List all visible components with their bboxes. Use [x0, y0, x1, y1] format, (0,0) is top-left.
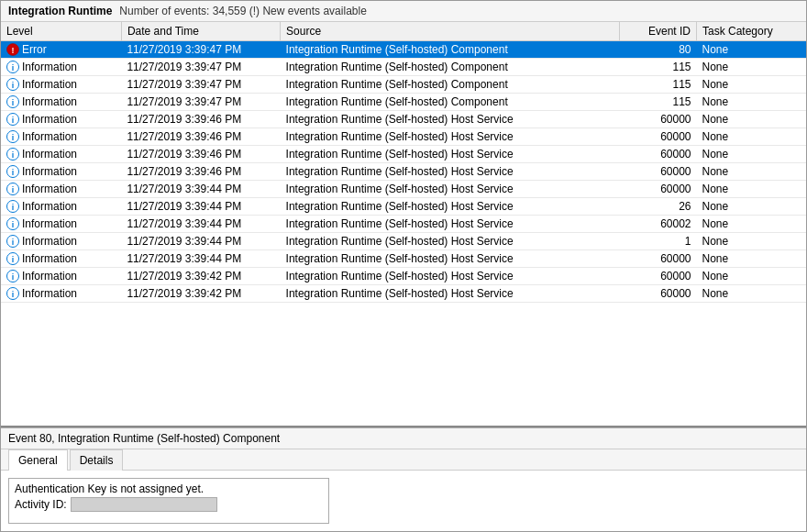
- cell-source: Integration Runtime (Self-hosted) Host S…: [281, 216, 620, 233]
- cell-level: iInformation: [1, 268, 121, 285]
- cell-taskcategory: None: [697, 146, 806, 163]
- detail-tabs: General Details: [1, 449, 806, 471]
- cell-eventid: 60000: [620, 111, 697, 128]
- error-icon: !: [6, 43, 19, 56]
- info-icon: i: [6, 270, 19, 283]
- cell-level: iInformation: [1, 285, 121, 303]
- info-icon: i: [6, 113, 19, 126]
- cell-level: iInformation: [1, 181, 121, 198]
- svg-text:i: i: [12, 133, 15, 142]
- svg-text:i: i: [12, 290, 15, 299]
- cell-level: iInformation: [1, 233, 121, 250]
- table-row[interactable]: iInformation11/27/2019 3:39:44 PMIntegra…: [1, 250, 806, 268]
- table-row[interactable]: iInformation11/27/2019 3:39:44 PMIntegra…: [1, 181, 806, 198]
- table-row[interactable]: iInformation11/27/2019 3:39:46 PMIntegra…: [1, 128, 806, 146]
- level-text: Information: [22, 200, 77, 213]
- col-header-source[interactable]: Source: [281, 22, 620, 41]
- col-header-level[interactable]: Level: [1, 22, 121, 41]
- info-icon: i: [6, 183, 19, 195]
- cell-eventid: 1: [620, 233, 697, 250]
- info-icon: i: [6, 61, 19, 73]
- cell-level: iInformation: [1, 76, 121, 94]
- table-row[interactable]: iInformation11/27/2019 3:39:44 PMIntegra…: [1, 233, 806, 250]
- cell-datetime: 11/27/2019 3:39:44 PM: [121, 250, 280, 268]
- cell-level: iInformation: [1, 250, 121, 268]
- info-icon: i: [6, 95, 19, 108]
- cell-source: Integration Runtime (Self-hosted) Host S…: [281, 181, 620, 198]
- table-row[interactable]: iInformation11/27/2019 3:39:46 PMIntegra…: [1, 163, 806, 181]
- cell-eventid: 80: [620, 41, 697, 59]
- svg-text:i: i: [12, 220, 15, 229]
- table-row[interactable]: iInformation11/27/2019 3:39:47 PMIntegra…: [1, 76, 806, 94]
- info-icon: i: [6, 130, 19, 143]
- event-table: Level Date and Time Source Event ID Task…: [1, 22, 806, 303]
- level-text: Information: [22, 287, 77, 300]
- tab-details[interactable]: Details: [70, 449, 124, 471]
- cell-eventid: 60000: [620, 268, 697, 285]
- svg-text:i: i: [12, 81, 15, 90]
- cell-eventid: 60000: [620, 163, 697, 181]
- cell-eventid: 60000: [620, 181, 697, 198]
- cell-eventid: 60000: [620, 250, 697, 268]
- table-row[interactable]: iInformation11/27/2019 3:39:47 PMIntegra…: [1, 94, 806, 111]
- detail-text-area: Authentication Key is not assigned yet. …: [8, 478, 329, 524]
- cell-datetime: 11/27/2019 3:39:44 PM: [121, 198, 280, 216]
- level-text: Information: [22, 95, 77, 108]
- level-text: Information: [22, 252, 77, 265]
- level-text: Information: [22, 165, 77, 178]
- col-header-taskcategory[interactable]: Task Category: [697, 22, 806, 41]
- level-text: Information: [22, 61, 77, 73]
- cell-datetime: 11/27/2019 3:39:46 PM: [121, 111, 280, 128]
- cell-source: Integration Runtime (Self-hosted) Compon…: [281, 59, 620, 76]
- activity-id-value: [71, 497, 217, 512]
- cell-source: Integration Runtime (Self-hosted) Host S…: [281, 268, 620, 285]
- info-icon: i: [6, 235, 19, 248]
- cell-datetime: 11/27/2019 3:39:46 PM: [121, 146, 280, 163]
- cell-eventid: 115: [620, 59, 697, 76]
- svg-text:i: i: [12, 185, 15, 194]
- table-row[interactable]: iInformation11/27/2019 3:39:44 PMIntegra…: [1, 198, 806, 216]
- detail-line1: Authentication Key is not assigned yet.: [15, 482, 323, 495]
- cell-level: iInformation: [1, 146, 121, 163]
- cell-level: iInformation: [1, 111, 121, 128]
- level-text: Error: [22, 43, 47, 56]
- info-icon: i: [6, 287, 19, 300]
- cell-taskcategory: None: [697, 250, 806, 268]
- event-table-container[interactable]: Level Date and Time Source Event ID Task…: [1, 22, 806, 427]
- cell-datetime: 11/27/2019 3:39:47 PM: [121, 76, 280, 94]
- col-header-datetime[interactable]: Date and Time: [121, 22, 280, 41]
- table-row[interactable]: iInformation11/27/2019 3:39:42 PMIntegra…: [1, 268, 806, 285]
- table-header-row: Level Date and Time Source Event ID Task…: [1, 22, 806, 41]
- table-row[interactable]: iInformation11/27/2019 3:39:46 PMIntegra…: [1, 111, 806, 128]
- cell-taskcategory: None: [697, 128, 806, 146]
- app-title: Integration Runtime: [8, 5, 112, 17]
- cell-level: iInformation: [1, 216, 121, 233]
- cell-source: Integration Runtime (Self-hosted) Host S…: [281, 146, 620, 163]
- table-body: !Error11/27/2019 3:39:47 PMIntegration R…: [1, 41, 806, 303]
- info-icon: i: [6, 252, 19, 265]
- table-row[interactable]: !Error11/27/2019 3:39:47 PMIntegration R…: [1, 41, 806, 59]
- cell-datetime: 11/27/2019 3:39:46 PM: [121, 128, 280, 146]
- cell-datetime: 11/27/2019 3:39:44 PM: [121, 181, 280, 198]
- cell-taskcategory: None: [697, 94, 806, 111]
- table-row[interactable]: iInformation11/27/2019 3:39:44 PMIntegra…: [1, 216, 806, 233]
- cell-source: Integration Runtime (Self-hosted) Host S…: [281, 233, 620, 250]
- cell-datetime: 11/27/2019 3:39:42 PM: [121, 268, 280, 285]
- table-row[interactable]: iInformation11/27/2019 3:39:42 PMIntegra…: [1, 285, 806, 303]
- svg-text:i: i: [12, 63, 15, 72]
- cell-source: Integration Runtime (Self-hosted) Compon…: [281, 94, 620, 111]
- cell-source: Integration Runtime (Self-hosted) Host S…: [281, 285, 620, 303]
- event-count-info: Number of events: 34,559 (!) New events …: [119, 5, 366, 17]
- col-header-eventid[interactable]: Event ID: [620, 22, 697, 41]
- svg-text:i: i: [12, 255, 15, 264]
- title-bar: Integration Runtime Number of events: 34…: [1, 1, 806, 22]
- cell-eventid: 115: [620, 94, 697, 111]
- level-text: Information: [22, 78, 77, 91]
- table-row[interactable]: iInformation11/27/2019 3:39:46 PMIntegra…: [1, 146, 806, 163]
- tab-general[interactable]: General: [8, 449, 68, 471]
- cell-source: Integration Runtime (Self-hosted) Host S…: [281, 198, 620, 216]
- svg-text:!: !: [12, 46, 15, 55]
- cell-level: iInformation: [1, 163, 121, 181]
- cell-taskcategory: None: [697, 59, 806, 76]
- table-row[interactable]: iInformation11/27/2019 3:39:47 PMIntegra…: [1, 59, 806, 76]
